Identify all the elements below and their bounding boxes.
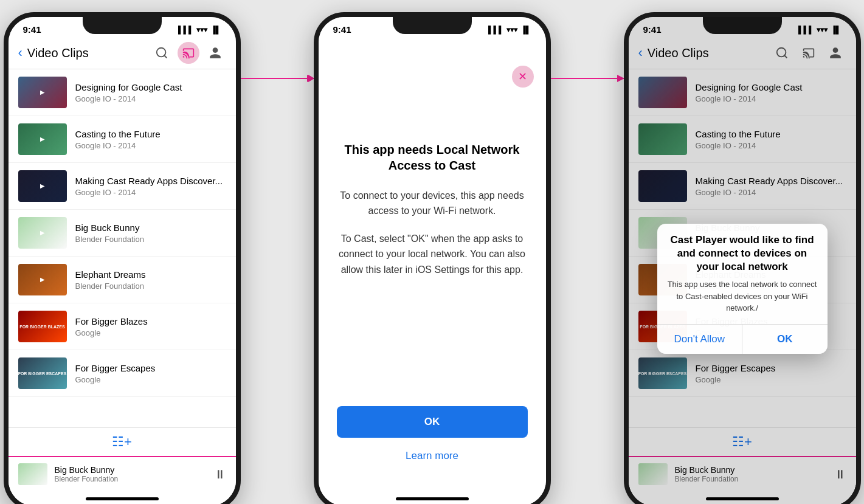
list-item[interactable]: ▶ Designing for Google Cast Google IO - … bbox=[9, 69, 236, 116]
video-info: Casting to the Future Google IO - 2014 bbox=[75, 128, 226, 151]
video-info: For Bigger Escapes Google bbox=[75, 362, 226, 385]
video-subtitle: Blender Foundation bbox=[75, 235, 226, 244]
alert-dont-allow-button[interactable]: Don't Allow bbox=[657, 325, 743, 354]
arrow-head-2 bbox=[617, 75, 624, 82]
wifi-icon-m: ▾▾▾ bbox=[506, 26, 517, 34]
nav-bar-left: ‹ Video Clips bbox=[9, 37, 236, 69]
alert-ok-button[interactable]: OK bbox=[742, 325, 828, 354]
dialog-footer: OK Learn more bbox=[319, 394, 546, 491]
video-title: For Bigger Escapes bbox=[75, 362, 226, 375]
home-bar-middle bbox=[396, 497, 469, 500]
video-info: Elephant Dreams Blender Foundation bbox=[75, 269, 226, 291]
arrow-1 bbox=[241, 12, 314, 504]
video-subtitle: Google IO - 2014 bbox=[75, 94, 226, 103]
dialog-body2: To Cast, select "OK" when the app asks t… bbox=[337, 231, 528, 278]
battery-icon-m: ▐▌ bbox=[520, 26, 531, 34]
dialog-learn-button[interactable]: Learn more bbox=[337, 445, 528, 467]
mini-subtitle-left: Blender Foundation bbox=[55, 475, 207, 483]
thumbnail-designing: ▶ bbox=[18, 77, 67, 108]
search-button-left[interactable] bbox=[151, 42, 173, 64]
list-item[interactable]: ▶ Casting to the Future Google IO - 2014 bbox=[9, 116, 236, 163]
time-left: 9:41 bbox=[23, 24, 41, 35]
video-title: Casting to the Future bbox=[75, 128, 226, 140]
right-phone: 9:41 ▌▌▌ ▾▾▾ ▐▌ ‹ Video Clips bbox=[624, 12, 861, 504]
arrow-2 bbox=[551, 12, 624, 504]
mini-player-left[interactable]: Big Buck Bunny Blender Foundation ⏸ bbox=[9, 456, 236, 491]
phone-notch-middle bbox=[393, 17, 472, 34]
home-bar-left bbox=[86, 497, 159, 500]
dialog-ok-button[interactable]: OK bbox=[337, 406, 528, 438]
home-indicator-middle bbox=[319, 491, 546, 504]
arrow-head-1 bbox=[307, 75, 314, 82]
left-phone: 9:41 ▌▌▌ ▾▾▾ ▐▌ ‹ Video Clips bbox=[4, 12, 241, 504]
status-icons-middle: ▌▌▌ ▾▾▾ ▐▌ bbox=[488, 26, 531, 34]
dialog-body1: To connect to your devices, this app nee… bbox=[337, 188, 528, 219]
arrow-line-2 bbox=[551, 78, 624, 79]
back-button-left[interactable]: ‹ bbox=[18, 45, 22, 61]
status-icons-left: ▌▌▌ ▾▾▾ ▐▌ bbox=[178, 26, 221, 34]
thumbnail-escapes: FOR BIGGER ESCAPES bbox=[18, 357, 67, 389]
list-item[interactable]: ▶ Big Buck Bunny Blender Foundation bbox=[9, 210, 236, 257]
svg-line-1 bbox=[164, 55, 167, 58]
add-playlist-icon[interactable]: ☷+ bbox=[112, 434, 132, 450]
page-title-left: Video Clips bbox=[27, 46, 146, 60]
cast-button-left-active[interactable] bbox=[178, 42, 199, 64]
thumbnail-bigbuck: ▶ bbox=[18, 217, 67, 249]
signal-icon: ▌▌▌ bbox=[178, 26, 194, 34]
video-subtitle: Google bbox=[75, 375, 226, 384]
video-info: For Bigger Blazes Google bbox=[75, 316, 226, 338]
video-title: Big Buck Bunny bbox=[75, 222, 226, 234]
video-title: For Bigger Blazes bbox=[75, 316, 226, 328]
video-title: Designing for Google Cast bbox=[75, 81, 226, 94]
middle-phone: 9:41 ▌▌▌ ▾▾▾ ▐▌ ✕ This app needs Local N… bbox=[314, 12, 551, 504]
dialog-title: This app needs Local Network Access to C… bbox=[337, 142, 528, 173]
list-item[interactable]: FOR BIGGER BLAZES For Bigger Blazes Goog… bbox=[9, 303, 236, 350]
phone-notch-left bbox=[83, 17, 162, 34]
close-button-middle[interactable]: ✕ bbox=[512, 66, 534, 88]
video-info: Making Cast Ready Apps Discover... Googl… bbox=[75, 175, 226, 198]
video-subtitle: Google bbox=[75, 328, 226, 337]
video-info: Designing for Google Cast Google IO - 20… bbox=[75, 81, 226, 104]
thumbnail-elephant: ▶ bbox=[18, 264, 67, 295]
signal-icon-m: ▌▌▌ bbox=[488, 26, 504, 34]
pause-button-left[interactable]: ⏸ bbox=[214, 468, 226, 482]
home-indicator-left bbox=[9, 491, 236, 504]
alert-title: Cast Player would like to find and conne… bbox=[657, 224, 828, 278]
time-middle: 9:41 bbox=[333, 24, 351, 35]
alert-message: This app uses the local network to conne… bbox=[657, 278, 828, 324]
mini-thumb-left bbox=[18, 463, 47, 485]
video-info: Big Buck Bunny Blender Foundation bbox=[75, 222, 226, 244]
ios-alert-dialog: Cast Player would like to find and conne… bbox=[657, 224, 828, 354]
video-subtitle: Google IO - 2014 bbox=[75, 188, 226, 197]
video-subtitle: Google IO - 2014 bbox=[75, 141, 226, 150]
video-subtitle: Blender Foundation bbox=[75, 281, 226, 291]
video-title: Making Cast Ready Apps Discover... bbox=[75, 175, 226, 187]
video-title: Elephant Dreams bbox=[75, 269, 226, 281]
mini-title-left: Big Buck Bunny bbox=[55, 465, 207, 475]
wifi-icon: ▾▾▾ bbox=[196, 26, 207, 34]
thumbnail-blazes: FOR BIGGER BLAZES bbox=[18, 311, 67, 342]
video-list-left: ▶ Designing for Google Cast Google IO - … bbox=[9, 69, 236, 427]
profile-button-left[interactable] bbox=[204, 42, 226, 64]
list-item[interactable]: FOR BIGGER ESCAPES For Bigger Escapes Go… bbox=[9, 350, 236, 397]
main-scene: 9:41 ▌▌▌ ▾▾▾ ▐▌ ‹ Video Clips bbox=[4, 12, 861, 504]
mini-info-left: Big Buck Bunny Blender Foundation bbox=[55, 465, 207, 483]
battery-icon: ▐▌ bbox=[210, 26, 221, 34]
list-item[interactable]: ▶ Making Cast Ready Apps Discover... Goo… bbox=[9, 163, 236, 210]
thumbnail-making: ▶ bbox=[18, 170, 67, 202]
list-item[interactable]: ▶ Elephant Dreams Blender Foundation bbox=[9, 257, 236, 303]
thumbnail-casting: ▶ bbox=[18, 123, 67, 155]
svg-point-0 bbox=[156, 48, 165, 57]
dialog-content: This app needs Local Network Access to C… bbox=[319, 37, 546, 394]
arrow-line-1 bbox=[241, 78, 314, 79]
alert-buttons: Don't Allow OK bbox=[657, 325, 828, 354]
bottom-bar-left: ☷+ bbox=[9, 427, 236, 456]
